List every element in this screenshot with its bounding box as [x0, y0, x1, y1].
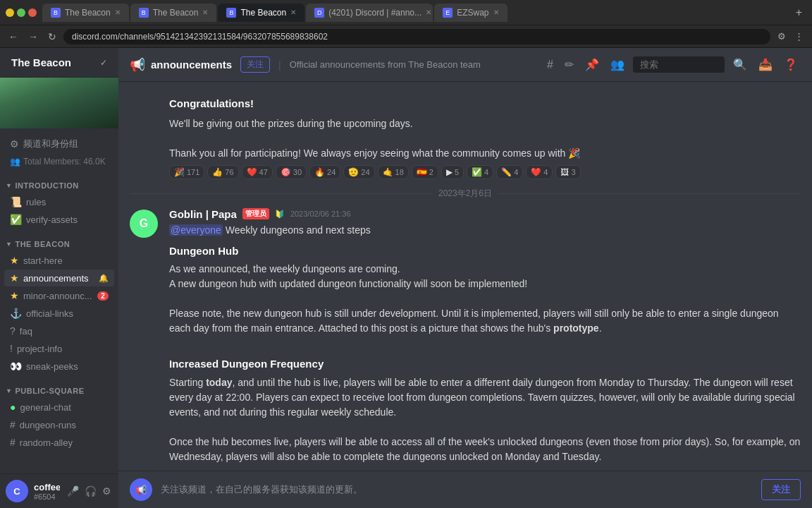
channel-item-verify-assets[interactable]: ✅ verify-assets [4, 211, 114, 228]
members-button[interactable]: 👥 [608, 55, 627, 74]
mention-suffix: Weekly dungeons [226, 224, 304, 236]
help-button[interactable]: ❓ [781, 55, 801, 74]
channel-item-sneak-peeks[interactable]: 👀 sneak-peeks [4, 358, 114, 375]
reaction-count-47: 47 [259, 168, 268, 176]
megaphone-icon: 📢 [135, 485, 147, 495]
user-settings-button[interactable]: ⚙ [101, 484, 113, 498]
channel-sidebar: The Beacon ✓ ⚙ 频道和身份组 👥 Total Members: 4… [0, 48, 118, 508]
reactions-group: 🎉171 👍76 ❤️47 🎯30 🔥24 🫡24 🤙18 🇪🇸2 ▶5 ✅4 … [169, 165, 801, 179]
search-icon-button[interactable]: 🔍 [730, 55, 750, 74]
reaction-count-24b: 24 [361, 168, 369, 176]
minimize-button[interactable] [6, 8, 14, 17]
hash-icon-dungeon: # [10, 419, 16, 430]
address-input[interactable] [63, 29, 770, 44]
server-header[interactable]: The Beacon ✓ [0, 48, 118, 78]
headphones-button[interactable]: 🎧 [83, 484, 98, 498]
tab-close-3[interactable]: ✕ [426, 8, 431, 16]
inbox-button[interactable]: 📥 [756, 55, 775, 74]
tab-favicon-2: B [226, 8, 236, 18]
channel-item-minor-announce[interactable]: ★ minor-announc... 2 [4, 287, 114, 304]
browser-tab-1[interactable]: B The Beacon ✕ [130, 4, 217, 22]
channel-item-announcements[interactable]: ★ announcements 🔔 [4, 270, 114, 286]
info-icon: ! [10, 343, 13, 354]
reaction-5[interactable]: ▶5 [441, 165, 464, 179]
forward-button[interactable]: → [25, 30, 41, 44]
reaction-count-24a: 24 [327, 168, 336, 176]
address-bar-row: ← → ↻ ⚙ ⋮ [0, 25, 812, 48]
channel-item-official-links[interactable]: ⚓ official-links [4, 305, 114, 322]
reaction-171[interactable]: 🎉171 [169, 165, 204, 179]
pin-button[interactable]: 📌 [582, 55, 602, 74]
messages-area[interactable]: Congratulations! We'll be giving out the… [118, 82, 812, 471]
reaction-47[interactable]: ❤️47 [242, 165, 273, 179]
maximize-button[interactable] [17, 8, 25, 17]
minor-announce-badge: 2 [97, 291, 109, 301]
reaction-count-4b: 4 [514, 168, 518, 176]
browser-tab-2[interactable]: B The Beacon ✕ [218, 4, 304, 22]
header-divider: | [278, 59, 281, 71]
channel-name-announcements: announcements [23, 273, 94, 284]
channel-item-dungeon-runs[interactable]: # dungeon-runs [4, 416, 114, 433]
back-button[interactable]: ← [6, 30, 21, 44]
microphone-button[interactable]: 🎤 [66, 484, 80, 498]
channel-name-official-links: official-links [26, 308, 109, 319]
tab-close-0[interactable]: ✕ [115, 8, 121, 16]
reaction-2[interactable]: 🇪🇸2 [412, 165, 438, 179]
reaction-4a[interactable]: ✅4 [467, 165, 493, 179]
channel-item-general-chat[interactable]: ● general-chat [4, 399, 114, 416]
reaction-emoji-171: 🎉 [174, 167, 185, 177]
channel-item-random-alley[interactable]: # random-alley [4, 434, 114, 451]
follow-button-header[interactable]: 关注 [240, 56, 270, 73]
channel-header-name: announcements [151, 59, 232, 71]
tab-favicon-3: D [314, 8, 324, 18]
browser-tab-4[interactable]: E EZSwap ✕ [434, 4, 507, 22]
reaction-emoji-2: 🇪🇸 [417, 167, 427, 177]
channel-item-settings[interactable]: ⚙ 频道和身份组 [4, 135, 114, 153]
bottom-bar-text: 关注该频道，在自己的服务器获知该频道的更新。 [161, 483, 753, 496]
reaction-24a[interactable]: 🔥24 [309, 165, 340, 179]
browser-actions: ⚙ ⋮ [775, 30, 806, 43]
reaction-4c[interactable]: ❤️4 [526, 165, 553, 179]
channel-name-project-info: project-info [17, 344, 109, 354]
message-author-name: Goblin | Papa [169, 208, 237, 220]
reaction-3[interactable]: 🖼3 [555, 165, 580, 179]
bottom-follow-button[interactable]: 关注 [761, 479, 801, 500]
reaction-30[interactable]: 🎯30 [276, 165, 307, 179]
reaction-76[interactable]: 👍76 [207, 165, 238, 179]
tab-close-2[interactable]: ✕ [290, 8, 296, 16]
category-public-square[interactable]: ▼ PUBLIC-SQUARE [0, 375, 118, 398]
category-introduction[interactable]: ▼ INTRODUCTION [0, 170, 118, 193]
message-group-dungeon: G Goblin | Papa 管理员 🔰 2023/02/06 21:36 @… [118, 205, 812, 471]
pencil-button[interactable]: ✏ [562, 55, 577, 74]
eye-icon: 👀 [10, 361, 22, 372]
reaction-18[interactable]: 🤙18 [378, 165, 409, 179]
tab-label-0: The Beacon [65, 8, 111, 18]
reaction-count-5: 5 [455, 168, 459, 176]
browser-tab-0[interactable]: B The Beacon ✕ [42, 4, 129, 22]
reaction-count-4a: 4 [484, 168, 488, 176]
channel-item-project-info[interactable]: ! project-info [4, 340, 114, 357]
tab-close-4[interactable]: ✕ [493, 8, 499, 16]
channel-item-faq[interactable]: ? faq [4, 322, 114, 339]
search-input[interactable] [633, 56, 725, 73]
channel-item-start-here[interactable]: ★ start-here [4, 252, 114, 269]
reaction-24b[interactable]: 🫡24 [343, 165, 374, 179]
new-tab-button[interactable]: + [792, 6, 806, 19]
mention-everyone[interactable]: @everyone [169, 224, 223, 236]
strong-prototype: prototype [553, 322, 599, 334]
tab-close-1[interactable]: ✕ [202, 8, 208, 16]
refresh-button[interactable]: ↻ [45, 30, 59, 44]
members-icon: 👥 [10, 157, 20, 167]
channel-item-rules[interactable]: 📜 rules [4, 193, 114, 210]
star-icon-start: ★ [10, 255, 19, 266]
category-the-beacon[interactable]: ▼ THE BEACON [0, 229, 118, 251]
more-button[interactable]: ⋮ [792, 30, 806, 43]
members-count: Total Members: 46.0K [23, 157, 106, 167]
hashtag-button[interactable]: # [544, 56, 556, 74]
reaction-4b[interactable]: ✏️4 [496, 165, 523, 179]
close-button[interactable] [28, 8, 37, 17]
browser-tab-3[interactable]: D (4201) Discord | #anno... ✕ [306, 4, 433, 22]
verify-icon: ✅ [10, 214, 22, 225]
extensions-button[interactable]: ⚙ [775, 30, 789, 43]
user-name: coffee [34, 482, 60, 492]
